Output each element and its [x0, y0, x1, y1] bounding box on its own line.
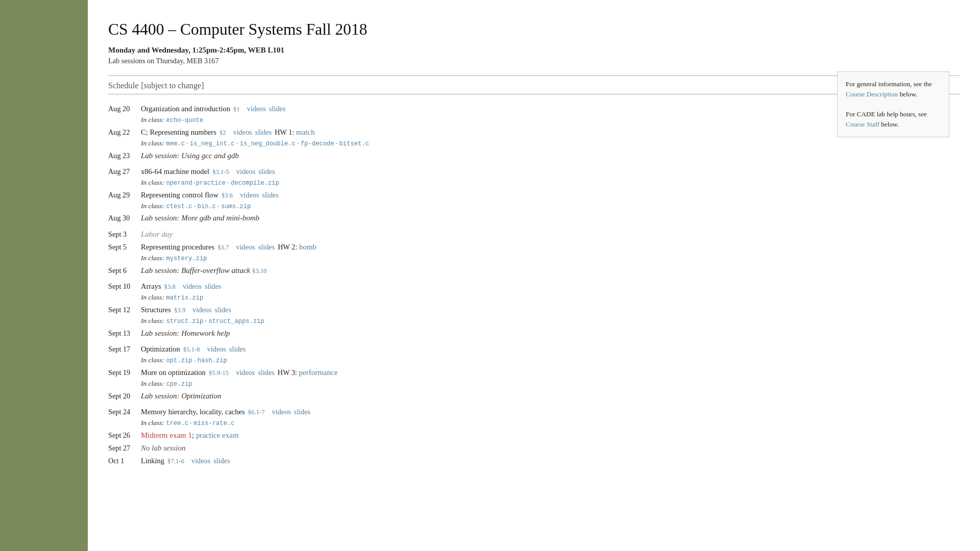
inclass-file-link[interactable]: miss-rate.c — [193, 420, 234, 427]
videos-link[interactable]: videos — [233, 127, 252, 138]
topic-main-line: Arrays§3.8videosslides — [141, 281, 455, 292]
videos-link[interactable]: videos — [207, 343, 226, 355]
topic-title: Structures — [141, 304, 171, 316]
inclass-file-link[interactable]: bitset.c — [339, 140, 369, 147]
topic-cell: Memory hierarchy, locality, caches§6.1-7… — [141, 406, 455, 429]
videos-link[interactable]: videos — [240, 189, 259, 201]
lab-session-row: Lab session: Using gcc and gdb — [141, 150, 455, 162]
inclass-file-link[interactable]: fp-decode — [301, 140, 334, 147]
info-box: For general information, see the Course … — [837, 71, 949, 137]
topic-main-line: C; Representing numbers§2videosslides HW… — [141, 127, 455, 138]
section-ref-link[interactable]: §3.7 — [217, 243, 229, 253]
date-cell: Aug 23 — [108, 149, 141, 162]
schedule-divider — [108, 94, 960, 94]
inclass-file-link[interactable]: sums.zip — [221, 203, 251, 210]
inclass-file-link[interactable]: is_neg_double.c — [240, 140, 296, 147]
videos-link[interactable]: videos — [192, 304, 211, 315]
videos-link[interactable]: videos — [272, 406, 291, 417]
slides-link[interactable]: slides — [258, 367, 274, 378]
practice-exam-link[interactable]: practice exam — [196, 431, 239, 439]
inclass-row: In class: operand-practice · decompile.z… — [141, 178, 455, 188]
hw-assignment-link[interactable]: match — [296, 128, 315, 136]
separator: · — [226, 179, 231, 186]
section-ref-link[interactable]: §3.9 — [174, 306, 185, 316]
midterm-link[interactable]: Midterm exam 1 — [141, 431, 192, 439]
inclass-file-link[interactable]: hash.zip — [198, 357, 227, 364]
topic-main-line: Organization and introduction§1videossli… — [141, 103, 455, 115]
videos-link[interactable]: videos — [191, 455, 210, 466]
slides-link[interactable]: slides — [269, 103, 285, 114]
slides-link[interactable]: slides — [213, 455, 230, 466]
inclass-file-link[interactable]: tree.c — [166, 420, 189, 427]
section-ref-link[interactable]: §5.1-8 — [183, 345, 200, 355]
inclass-file-link[interactable]: mem.c — [166, 140, 185, 147]
videos-link[interactable]: videos — [236, 241, 255, 253]
topic-media-links: videosslides — [207, 343, 246, 355]
midterm-row: Midterm exam 1; practice exam — [141, 430, 455, 441]
section-ref-link[interactable]: §6.1-7 — [248, 408, 265, 418]
topic-cell: Optimization§5.1-8videosslidesIn class: … — [141, 343, 455, 366]
section-ref-link[interactable]: §5.9-15 — [209, 368, 229, 379]
videos-link[interactable]: videos — [183, 281, 202, 292]
section-ref-link[interactable]: §3.8 — [164, 282, 176, 292]
slides-link[interactable]: slides — [258, 166, 275, 177]
hw-number: HW 2: — [278, 243, 299, 251]
inclass-label: In class: — [141, 202, 166, 210]
topic-main-line: x86-64 machine model§3.1-5videosslides — [141, 166, 455, 178]
lab-label: Lab session: Using gcc and gdb — [141, 152, 239, 160]
table-row: Sept 13Lab session: Homework help — [108, 327, 455, 340]
inclass-file-link[interactable]: struct.zip — [166, 318, 204, 325]
slides-link[interactable]: slides — [229, 343, 246, 355]
topic-main-line: Structures§3.9videosslides — [141, 304, 455, 316]
section-ref-link[interactable]: §3.6 — [222, 191, 233, 201]
slides-link[interactable]: slides — [215, 304, 231, 315]
topic-title: x86-64 machine model — [141, 166, 209, 178]
section-ref-link[interactable]: §3.1-5 — [212, 167, 229, 178]
inclass-file-link[interactable]: echo-quote — [166, 117, 204, 124]
hw-assignment-link[interactable]: bomb — [299, 243, 316, 251]
inclass-file-link[interactable]: is_neg_int.c — [190, 140, 234, 147]
date-cell: Aug 22 — [108, 126, 141, 149]
table-row: Sept 5Representing procedures§3.7videoss… — [108, 241, 455, 264]
separator: · — [203, 317, 208, 324]
inclass-file-link[interactable]: struct_apps.zip — [208, 318, 264, 325]
slides-link[interactable]: slides — [205, 281, 221, 292]
schedule-table: Aug 20Organization and introduction§1vid… — [108, 103, 455, 467]
topic-cell: x86-64 machine model§3.1-5videosslidesIn… — [141, 165, 455, 189]
info-line1-after: below. — [898, 90, 917, 98]
topic-main-line: Representing procedures§3.7videosslides … — [141, 241, 455, 253]
separator: · — [235, 139, 240, 147]
slides-link[interactable]: slides — [294, 406, 310, 417]
section-ref-link[interactable]: §1 — [233, 105, 240, 115]
inclass-file-link[interactable]: opt.zip — [166, 357, 192, 364]
lab-label: Lab session: More gdb and mini-bomb — [141, 214, 259, 222]
slides-link[interactable]: slides — [255, 127, 272, 138]
table-row: Aug 27x86-64 machine model§3.1-5videossl… — [108, 165, 455, 189]
lab-label: Lab session: Optimization — [141, 392, 222, 400]
slides-link[interactable]: slides — [258, 241, 275, 253]
course-description-link[interactable]: Course Description — [846, 90, 898, 98]
inclass-file-link[interactable]: mystery.zip — [166, 255, 207, 262]
videos-link[interactable]: videos — [247, 103, 266, 114]
topic-cell: Linking§7.1-6videosslides — [141, 455, 455, 467]
inclass-file-link[interactable]: bin.c — [198, 203, 216, 210]
inclass-file-link[interactable]: matrix.zip — [166, 294, 204, 302]
videos-link[interactable]: videos — [236, 166, 255, 177]
inclass-file-link[interactable]: decompile.zip — [231, 180, 279, 187]
inclass-file-link[interactable]: operand-practice — [166, 180, 226, 187]
section-ref-link[interactable]: §7.1-6 — [167, 457, 184, 467]
videos-link[interactable]: videos — [236, 367, 255, 378]
inclass-file-link[interactable]: ctest.c — [166, 203, 192, 210]
topic-media-links: videosslides — [236, 241, 275, 253]
date-cell: Aug 29 — [108, 189, 141, 212]
topic-media-links: videosslides — [236, 166, 275, 177]
section-ref-link[interactable]: §2 — [219, 128, 226, 138]
topic-media-links: videosslides — [183, 281, 222, 292]
lab-label: Lab session: Buffer-overflow attack — [141, 266, 252, 274]
table-row: Sept 6Lab session: Buffer-overflow attac… — [108, 264, 455, 277]
hw-assignment-link[interactable]: performance — [299, 368, 338, 377]
course-staff-link[interactable]: Course Staff — [846, 120, 879, 128]
slides-link[interactable]: slides — [262, 189, 278, 201]
inclass-file-link[interactable]: cpe.zip — [166, 381, 192, 388]
lab-section-link[interactable]: §3.10 — [252, 267, 267, 274]
